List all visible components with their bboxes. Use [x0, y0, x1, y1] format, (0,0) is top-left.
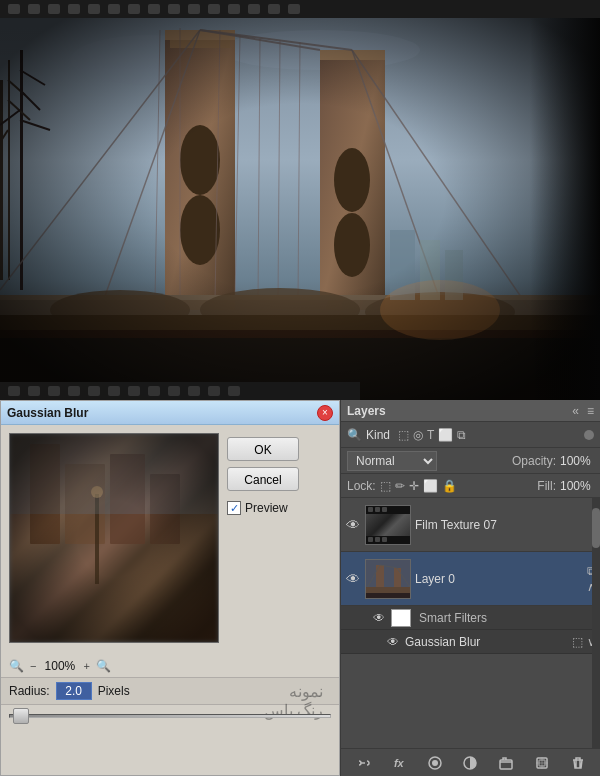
layer-thumbnail: [365, 505, 411, 545]
radius-unit: Pixels: [98, 684, 130, 698]
panel-menu-icon[interactable]: ≡: [587, 404, 594, 418]
delete-layer-button[interactable]: [567, 752, 589, 774]
layer-info: Layer 0: [415, 572, 583, 586]
type-filter-icon[interactable]: T: [427, 428, 434, 442]
fill-value: 100%: [560, 479, 594, 493]
svg-rect-95: [366, 587, 411, 593]
collapse-panel-icon[interactable]: «: [572, 404, 579, 418]
opacity-value: 100%: [560, 454, 594, 468]
smart-filters-mask-thumb: [391, 609, 411, 627]
zoom-out-icon[interactable]: 🔍: [9, 659, 24, 673]
film-hole: [148, 4, 160, 14]
preview-area[interactable]: [9, 433, 219, 643]
layer-row[interactable]: 👁: [341, 498, 600, 552]
pixel-filter-icon[interactable]: ⬚: [398, 428, 409, 442]
radius-input[interactable]: [56, 682, 92, 700]
shape-filter-icon[interactable]: ⬜: [438, 428, 453, 442]
dialog-controls: OK Cancel ✓ Preview: [227, 433, 299, 643]
layer-visibility-icon[interactable]: 👁: [345, 571, 361, 587]
svg-rect-69: [8, 386, 20, 396]
film-texture-thumbnail: [366, 506, 410, 544]
lock-artboard-icon[interactable]: ⬜: [423, 479, 438, 493]
main-canvas: [0, 0, 600, 400]
film-hole: [68, 4, 80, 14]
blend-mode-select[interactable]: Normal: [347, 451, 437, 471]
lock-icons: ⬚ ✏ ✛ ⬜ 🔒: [380, 479, 457, 493]
new-group-button[interactable]: [495, 752, 517, 774]
lock-position-icon[interactable]: ✛: [409, 479, 419, 493]
svg-rect-75: [128, 386, 140, 396]
zoom-in-icon[interactable]: 🔍: [96, 659, 111, 673]
lock-checkerboard-icon[interactable]: ⬚: [380, 479, 391, 493]
preview-checkbox[interactable]: ✓: [227, 501, 241, 515]
lock-row: Lock: ⬚ ✏ ✛ ⬜ 🔒 Fill: 100%: [341, 474, 600, 498]
scrollbar-thumb[interactable]: [592, 508, 600, 548]
cancel-button[interactable]: Cancel: [227, 467, 299, 491]
film-hole: [228, 4, 240, 14]
svg-rect-91: [394, 568, 401, 590]
zoom-value: 100%: [42, 659, 77, 673]
dialog-content: OK Cancel ✓ Preview: [1, 425, 339, 651]
film-hole: [168, 4, 180, 14]
film-hole: [188, 4, 200, 14]
kind-active-indicator: [584, 430, 594, 440]
bottom-area: Gaussian Blur ×: [0, 400, 600, 776]
smartobj-filter-icon[interactable]: ⧉: [457, 428, 466, 442]
layers-scrollbar[interactable]: [592, 498, 600, 748]
filter-search-icon: 🔍: [347, 428, 362, 442]
film-strip-top: [0, 0, 600, 18]
preview-label: Preview: [245, 501, 288, 515]
lock-brush-icon[interactable]: ✏: [395, 479, 405, 493]
gaussian-blur-visibility-icon[interactable]: 👁: [385, 634, 401, 650]
layers-panel-title: Layers: [347, 404, 386, 418]
smart-filters-visibility-icon[interactable]: 👁: [371, 610, 387, 626]
svg-rect-70: [28, 386, 40, 396]
svg-rect-77: [168, 386, 180, 396]
film-hole: [88, 4, 100, 14]
bridge-thumbnail: [366, 560, 410, 598]
layer-row[interactable]: 👁: [341, 552, 600, 606]
film-hole: [248, 4, 260, 14]
slider-row: [1, 705, 339, 731]
svg-rect-48: [0, 0, 600, 400]
film-strip-thumb-top: [366, 506, 410, 514]
dialog-titlebar: Gaussian Blur ×: [1, 401, 339, 425]
radius-label: Radius:: [9, 684, 50, 698]
new-layer-button[interactable]: [531, 752, 553, 774]
lock-label: Lock:: [347, 479, 376, 493]
adjustment-filter-icon[interactable]: ◎: [413, 428, 423, 442]
kind-filter-row: 🔍 Kind ⬚ ◎ T ⬜ ⧉: [341, 422, 600, 448]
svg-rect-96: [366, 593, 411, 599]
dialog-close-button[interactable]: ×: [317, 405, 333, 421]
gaussian-blur-layer-name: Gaussian Blur: [405, 635, 480, 649]
kind-filter-icons: ⬚ ◎ T ⬜ ⧉: [398, 428, 466, 442]
film-hole: [268, 4, 280, 14]
new-fill-adjustment-button[interactable]: [459, 752, 481, 774]
svg-point-98: [432, 760, 438, 766]
layers-toolbar: fx: [341, 748, 600, 776]
layer-effects-button[interactable]: fx: [388, 752, 410, 774]
film-hole: [288, 4, 300, 14]
film-hole: [128, 4, 140, 14]
gaussian-options-icon[interactable]: ⬚: [572, 635, 583, 649]
svg-rect-88: [10, 434, 219, 643]
svg-rect-78: [188, 386, 200, 396]
layers-panel-header: Layers « ≡: [341, 400, 600, 422]
svg-rect-80: [228, 386, 240, 396]
gaussian-blur-layer-row[interactable]: 👁 Gaussian Blur ⬚ ∨: [341, 630, 600, 654]
radius-slider[interactable]: [9, 709, 331, 723]
link-layers-button[interactable]: [352, 752, 374, 774]
lock-all-icon[interactable]: 🔒: [442, 479, 457, 493]
layers-header-icons: « ≡: [572, 404, 594, 418]
layer-name: Layer 0: [415, 572, 583, 586]
svg-rect-49: [530, 0, 600, 400]
ok-button[interactable]: OK: [227, 437, 299, 461]
kind-label: Kind: [366, 428, 390, 442]
svg-rect-79: [208, 386, 220, 396]
svg-rect-73: [88, 386, 100, 396]
slider-thumb[interactable]: [13, 708, 29, 724]
dialog-title: Gaussian Blur: [7, 406, 88, 420]
layer-visibility-icon[interactable]: 👁: [345, 517, 361, 533]
preview-overlay: [10, 434, 219, 643]
add-mask-button[interactable]: [424, 752, 446, 774]
